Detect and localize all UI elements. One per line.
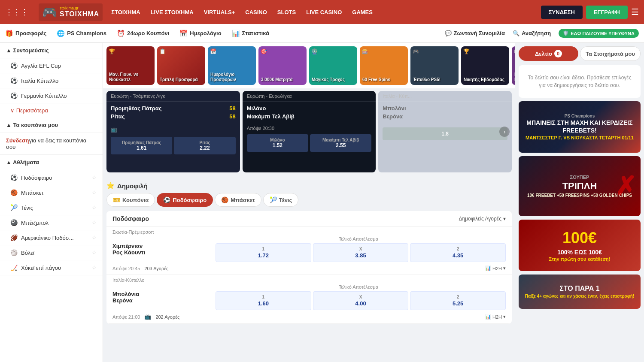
promo-banner-0[interactable]: PS Champions ΜΠΑΙΝΕΙΣ ΣΤΗ ΜΑΧΗ ΚΑΙ ΚΕΡΔΙ… (519, 101, 641, 153)
favorite-icon[interactable]: ☆ (92, 250, 97, 256)
tab-tennis[interactable]: 🎾 Τένις (263, 193, 298, 207)
logo[interactable]: 🎮 stoixima.gr STOIXHMA (39, 3, 103, 21)
popular-markets-dropdown[interactable]: Δημοφιλείς Αγορές ▾ (459, 216, 506, 222)
live-score2-0: 58 (229, 113, 235, 120)
nav-virtuals[interactable]: VIRTUALS+ (204, 9, 235, 15)
right-panel: Δελτίο 0 Τα Στοιχήματά μου Το δελτίο σου… (515, 43, 644, 362)
promo-banner-1[interactable]: ΣΟΥΠΕΡ ΤΡΙΠΛΗ 10€ FREEBET +50 FREESPINS … (519, 156, 641, 216)
odd-1-match0[interactable]: 1 1.72 (216, 243, 311, 262)
my-bets-tab[interactable]: Τα Στοιχήματά μου (580, 46, 641, 61)
odd-x-match1[interactable]: X 4.00 (313, 291, 409, 310)
favorite-icon[interactable]: ☆ (92, 205, 97, 211)
live-match-1[interactable]: Ευρώπη - Ευρωλίγκα Μιλάνο Μακάμπι Τελ Αβ… (243, 91, 376, 172)
live-odds-0: Προμηθέας Πάτρας 1.61 Ρίτας 2.22 (106, 134, 240, 157)
football-icon: ⚽ (10, 62, 18, 69)
favorite-icon[interactable]: ☆ (92, 220, 97, 226)
nav-games[interactable]: GAMES (352, 9, 373, 15)
live-odd2-1[interactable]: Μακάμπι Τελ Αβίβ 2.55 (310, 134, 371, 152)
odd-x-match0[interactable]: X 3.85 (313, 243, 409, 262)
result-label-0: Τελικό Αποτέλεσμα (211, 236, 506, 241)
favorite-icon[interactable]: ☆ (92, 175, 97, 181)
favorite-icon[interactable]: ☆ (92, 235, 97, 241)
favorite-icon[interactable]: ☆ (92, 265, 97, 271)
odd-2-match1[interactable]: 2 5.25 (410, 291, 506, 310)
promo-banner-2[interactable]: 100€ 100% ΕΩΣ 100€ Στην πρώτη σου κατάθε… (519, 220, 641, 271)
football-icon: ⚽ (10, 77, 18, 84)
h2h-button-1[interactable]: 📊 H2H ▾ (485, 314, 506, 320)
odd-1-match1[interactable]: 1 1.60 (216, 291, 311, 310)
live-match-2[interactable]: Ιταλία - Κύπ... Μπολόνι Βερόνα 1.8 › (378, 91, 512, 172)
sec-nav-right: 💬 Ζωντανή Συνομιλία 🔍 Αναζήτηση 🛡️ ΕΑΩ Π… (445, 29, 639, 38)
match-row-0: Σκωτία-Πρέμιερσοπ Χιμπέρνιαν Ρος Κάουντι… (106, 227, 512, 275)
promo-card-6[interactable]: 🎮 Έπαθλο PS5! (410, 46, 459, 85)
slide-arrow[interactable]: › (499, 127, 510, 137)
nav-live-casino[interactable]: LIVE CASINO (306, 9, 342, 15)
match-time-1: Απόψε 21:00 (112, 314, 140, 320)
baseball-icon: 🎱 (10, 219, 18, 226)
promo-card-5[interactable]: 🎰 60 Free Spins (360, 46, 408, 85)
nav-slots[interactable]: SLOTS (277, 9, 296, 15)
betslip-empty-message: Το δελτίο σου είναι άδειο. Πρόσθεσε επιλ… (519, 65, 641, 98)
nav-statistics[interactable]: 📊 Στατιστικά (232, 30, 270, 37)
gamepad-icon: 🎮 (413, 48, 419, 54)
promo-banner-3[interactable]: ΣΤΟ ΠΑΡΑ 1 Παίξε 4+ αγώνες και αν χάσεις… (519, 275, 641, 309)
sidebar: ▲ Συντομεύσεις ⚽ Αγγλία EFL Cup ⚽ Ιταλία… (0, 43, 103, 362)
nav-live-stoixhma[interactable]: LIVE ΣΤΟΙΧΗΜΑ (151, 9, 194, 15)
live-team1-2: Μπολόνι (383, 105, 507, 112)
nav-24h-coupon[interactable]: ⏰ 24ωρο Κουπόνι (117, 30, 169, 37)
football-icon: ⚽ (10, 174, 18, 181)
grid-icon[interactable]: ⋮⋮⋮ (5, 7, 28, 17)
login-button[interactable]: ΣΥΝΔΕΣΗ (541, 6, 583, 19)
secondary-navigation: 🎁 Προσφορές 🌐 PS Champions ⏰ 24ωρο Κουπό… (0, 24, 644, 43)
sidebar-item-germany-cup[interactable]: ⚽ Γερμανία Κύπελλο (0, 88, 103, 103)
sidebar-item-efl-cup[interactable]: ⚽ Αγγλία EFL Cup (0, 58, 103, 73)
promo-card-8[interactable]: 🎲 Pragmatic Buy Bonus (512, 46, 515, 85)
chevron-down-icon: ▾ (503, 265, 506, 271)
shortcuts-more[interactable]: ∨ Περισσότερα (0, 103, 103, 118)
promo-card-4[interactable]: 🎡 Μαγικός Τροχός (309, 46, 357, 85)
sidebar-item-baseball[interactable]: 🎱 Μπέιζμπολ ☆ (0, 215, 103, 230)
shortcuts-header[interactable]: ▲ Συντομεύσεις (0, 43, 103, 58)
tab-basketball[interactable]: 🏀 Μπάσκετ (215, 193, 261, 207)
markets-link-0[interactable]: 203 Αγορές (144, 266, 168, 271)
live-odd1-2[interactable]: 1.8 (383, 127, 507, 140)
live-odds-1: Μιλάνο 1.52 Μακάμπι Τελ Αβίβ 2.55 (243, 132, 376, 154)
coupons-login-link[interactable]: Σύνδεση (6, 137, 29, 144)
live-odd1-1[interactable]: Μιλάνο 1.52 (247, 134, 308, 152)
register-button[interactable]: ΕΓΓΡΑΦΗ (586, 6, 628, 19)
hamburger-icon[interactable]: ☰ (631, 7, 639, 17)
nav-calendar[interactable]: 📅 Ημερολόγιο (179, 30, 221, 37)
sidebar-item-hockey[interactable]: 🏒 Χόκεϊ επί πάγου ☆ (0, 260, 103, 275)
nav-ps-champions[interactable]: 🌐 PS Champions (57, 30, 106, 37)
sidebar-item-basketball[interactable]: 🏀 Μπάσκετ ☆ (0, 185, 103, 200)
coupons-header[interactable]: ▲ Τα κουπόνια μου (0, 118, 103, 133)
live-odd2-0[interactable]: Ρίτας 2.22 (174, 137, 235, 154)
promo-card-1[interactable]: 📋 Τριπλή Προσφορά (157, 46, 205, 85)
promo-card-3[interactable]: 🎯 3.000€ Μετρητά (258, 46, 307, 85)
tab-football[interactable]: ⚽ Ποδόσφαιρο (157, 193, 213, 207)
sidebar-item-american-football[interactable]: 🏈 Αμερικάνικο Ποδόσ... ☆ (0, 230, 103, 245)
search-button[interactable]: 🔍 Αναζήτηση (513, 30, 551, 36)
promo-card-7[interactable]: 🏆 Νικητής Εβδομάδας (461, 46, 509, 85)
h2h-button-0[interactable]: 📊 H2H ▾ (485, 265, 506, 271)
nav-casino[interactable]: CASINO (245, 9, 267, 15)
favorite-icon[interactable]: ☆ (92, 190, 97, 196)
responsible-gaming-badge[interactable]: 🛡️ ΕΑΩ ΠΑΙΖΟΥΜΕ ΥΠΕΥΘΥΝΑ (559, 29, 639, 38)
markets-link-1[interactable]: 202 Αγορές (155, 314, 179, 320)
live-chat-button[interactable]: 💬 Ζωντανή Συνομιλία (445, 30, 505, 36)
live-odd1-0[interactable]: Προμηθέας Πάτρας 1.61 (111, 137, 172, 154)
sidebar-item-football[interactable]: ⚽ Ποδόσφαιρο ☆ (0, 170, 103, 185)
promo-card-2[interactable]: 📅 Ημερολόγιο Προσφορών (208, 46, 256, 85)
tab-coupons[interactable]: 🎫 Κουπόνια (106, 193, 155, 207)
live-match-0[interactable]: Ευρώπη - Τσάμπιονς Λιγκ Προμηθέας Πάτρας… (106, 91, 240, 172)
nav-stoixhma[interactable]: ΣΤΟΙΧΗΜΑ (111, 9, 140, 15)
nav-offers[interactable]: 🎁 Προσφορές (5, 30, 46, 37)
sidebar-item-tennis[interactable]: 🎾 Τένις ☆ (0, 200, 103, 215)
betslip-tab[interactable]: Δελτίο 0 (519, 46, 578, 61)
sports-header[interactable]: ▲ Αθλήματα (0, 155, 103, 170)
sidebar-item-volleyball[interactable]: 🏐 Βόλεϊ ☆ (0, 245, 103, 260)
sidebar-item-italy-cup[interactable]: ⚽ Ιταλία Κύπελλο (0, 73, 103, 88)
odd-2-match0[interactable]: 2 4.35 (410, 243, 506, 262)
promo-card-0[interactable]: 🏆 Μαν. Γιουν. vs Νιούκαστλ (106, 46, 155, 85)
live-match-teams-1: Μιλάνο Μακάμπι Τελ Αβίβ (243, 102, 376, 125)
